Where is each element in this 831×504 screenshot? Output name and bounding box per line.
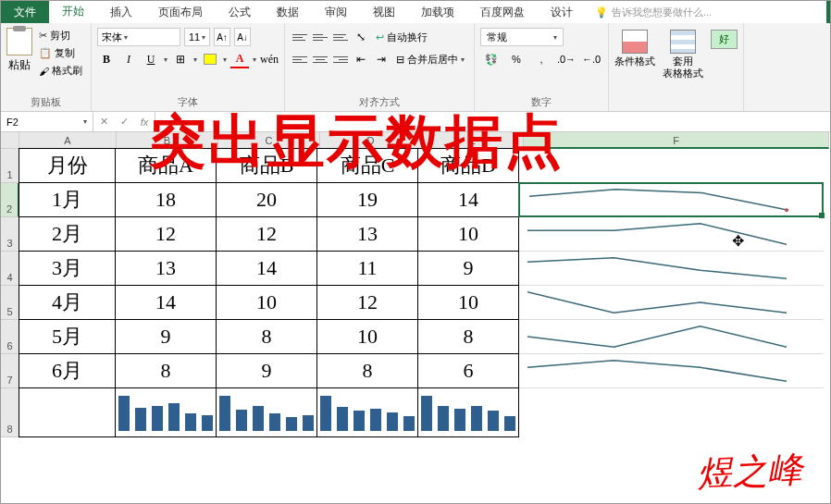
increase-indent-button[interactable]: ⇥: [372, 50, 391, 68]
align-left-button[interactable]: [291, 51, 309, 68]
select-all-corner[interactable]: [1, 132, 19, 149]
cell-A1[interactable]: 月份: [19, 148, 116, 183]
tab-page-layout[interactable]: 页面布局: [145, 1, 216, 24]
tab-addin[interactable]: 加载项: [408, 1, 467, 24]
row-header-5[interactable]: 5: [1, 286, 19, 320]
wrap-text-button[interactable]: 自动换行: [372, 30, 431, 45]
cell-D1[interactable]: 商品C: [316, 148, 418, 183]
cut-button[interactable]: 剪切: [36, 28, 85, 43]
cell-A6[interactable]: 5月: [19, 319, 116, 354]
number-format-select[interactable]: 常规▾: [480, 28, 564, 46]
cell-E6[interactable]: 8: [417, 319, 519, 354]
cell-D8[interactable]: [316, 387, 418, 437]
cell-F3[interactable]: [518, 216, 824, 252]
cell-C2[interactable]: 20: [216, 182, 317, 217]
decrease-decimal-button[interactable]: ←.0: [580, 50, 602, 68]
conditional-format-button[interactable]: 条件格式: [614, 30, 655, 68]
cell-D5[interactable]: 12: [316, 285, 418, 320]
align-bottom-button[interactable]: [331, 29, 350, 45]
fx-button[interactable]: fx: [134, 117, 155, 128]
cell-C6[interactable]: 8: [216, 319, 317, 354]
tab-data[interactable]: 数据: [264, 1, 312, 24]
font-size-select[interactable]: 11▾: [184, 28, 210, 46]
font-name-select[interactable]: 宋体▾: [97, 28, 180, 46]
cancel-formula-button[interactable]: ✕: [93, 116, 114, 128]
phonetic-button[interactable]: wén: [260, 50, 279, 68]
col-header-B[interactable]: B: [117, 132, 218, 149]
cell-D6[interactable]: 10: [316, 319, 418, 354]
copy-button[interactable]: 复制: [36, 45, 85, 61]
row-header-3[interactable]: 3: [1, 217, 19, 252]
row-header-7[interactable]: 7: [1, 354, 19, 388]
cell-F7[interactable]: [518, 353, 824, 388]
row-header-8[interactable]: 8: [1, 388, 19, 437]
cell-E8[interactable]: [417, 387, 519, 437]
bold-button[interactable]: B: [97, 50, 116, 68]
tab-view[interactable]: 视图: [360, 1, 408, 24]
row-header-4[interactable]: 4: [1, 252, 19, 286]
paste-button[interactable]: 粘贴: [6, 28, 32, 73]
cell-F4[interactable]: [518, 251, 824, 286]
cell-E4[interactable]: 9: [417, 251, 519, 286]
cell-A3[interactable]: 2月: [19, 216, 116, 252]
cell-F8[interactable]: [518, 387, 824, 437]
col-header-A[interactable]: A: [19, 132, 117, 149]
underline-button[interactable]: U: [142, 50, 160, 68]
orientation-button[interactable]: ⤡: [352, 28, 370, 46]
cell-A7[interactable]: 6月: [19, 353, 116, 388]
cell-B4[interactable]: 13: [115, 251, 217, 286]
merge-center-button[interactable]: 合并后居中▾: [392, 52, 468, 68]
cell-E7[interactable]: 6: [417, 353, 519, 388]
align-center-button[interactable]: [311, 51, 329, 68]
cell-D7[interactable]: 8: [316, 353, 418, 388]
cell-A2[interactable]: 1月: [19, 182, 116, 217]
cell-C5[interactable]: 10: [216, 285, 317, 320]
align-right-button[interactable]: [331, 51, 350, 68]
tell-me-box[interactable]: 💡 告诉我您想要做什么...: [586, 6, 830, 19]
font-color-button[interactable]: A: [230, 50, 249, 68]
col-header-D[interactable]: D: [320, 132, 422, 149]
cell-B5[interactable]: 14: [115, 285, 217, 320]
format-as-table-button[interactable]: 套用 表格格式: [663, 30, 703, 80]
col-header-F[interactable]: F: [524, 132, 829, 149]
cell-F6[interactable]: [518, 319, 824, 354]
cell-A8[interactable]: [19, 387, 116, 437]
cell-E5[interactable]: 10: [417, 285, 519, 320]
comma-button[interactable]: ,: [530, 50, 552, 68]
row-header-2[interactable]: 2: [1, 183, 19, 217]
decrease-font-button[interactable]: A↓: [234, 28, 251, 46]
cell-C3[interactable]: 12: [216, 216, 317, 252]
cell-C7[interactable]: 9: [216, 353, 317, 388]
enter-formula-button[interactable]: ✓: [114, 116, 134, 128]
cell-E2[interactable]: 14: [417, 182, 519, 217]
accounting-button[interactable]: 💱: [480, 50, 502, 68]
tab-home[interactable]: 开始: [49, 0, 97, 25]
row-header-1[interactable]: 1: [1, 149, 19, 183]
cell-F1[interactable]: [518, 148, 824, 183]
tab-insert[interactable]: 插入: [97, 1, 145, 24]
align-top-button[interactable]: [291, 29, 309, 45]
name-box[interactable]: F2▾: [1, 112, 93, 131]
cell-D4[interactable]: 11: [316, 251, 418, 286]
tab-design[interactable]: 设计: [538, 1, 586, 24]
cell-B6[interactable]: 9: [115, 319, 217, 354]
cell-B1[interactable]: 商品A: [115, 148, 217, 183]
cell-E3[interactable]: 10: [417, 216, 519, 252]
cell-D2[interactable]: 19: [316, 182, 418, 217]
border-button[interactable]: [171, 50, 190, 68]
tab-file[interactable]: 文件: [1, 1, 49, 24]
cell-F2[interactable]: [518, 182, 824, 217]
col-header-E[interactable]: E: [422, 132, 524, 149]
cell-F5[interactable]: [518, 285, 824, 320]
increase-font-button[interactable]: A↑: [214, 28, 230, 46]
cell-C8[interactable]: [216, 387, 317, 437]
row-header-6[interactable]: 6: [1, 320, 19, 354]
cell-A5[interactable]: 4月: [19, 285, 116, 320]
decrease-indent-button[interactable]: ⇤: [352, 50, 370, 68]
tab-baidu[interactable]: 百度网盘: [467, 1, 538, 24]
cell-B2[interactable]: 18: [115, 182, 217, 217]
cell-C4[interactable]: 14: [216, 251, 317, 286]
cell-style-good-button[interactable]: 好: [711, 30, 738, 49]
percent-button[interactable]: %: [505, 50, 527, 68]
format-painter-button[interactable]: 格式刷: [36, 63, 85, 79]
